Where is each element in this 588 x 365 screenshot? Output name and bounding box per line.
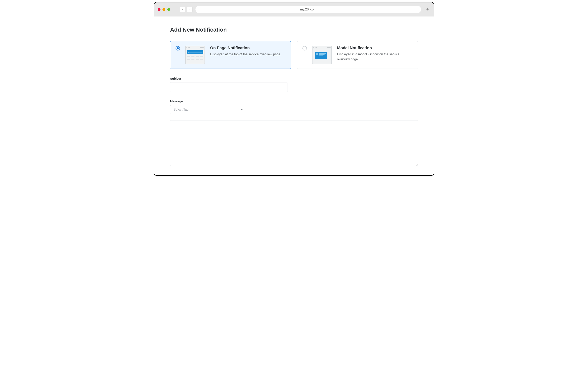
message-label: Message <box>170 99 418 103</box>
nav-forward-button[interactable]: › <box>187 7 193 12</box>
notification-type-options: On Page Notification Displayed at the to… <box>170 41 418 69</box>
option-title: Modal Notification <box>337 46 413 50</box>
new-tab-button[interactable]: + <box>425 7 430 12</box>
option-description: Displayed at the top of the service over… <box>210 52 286 57</box>
option-modal-notification[interactable]: Modal Notification Displayed in a modal … <box>297 41 418 69</box>
radio-on-page[interactable] <box>175 46 180 50</box>
option-title: On Page Notification <box>210 46 286 50</box>
window-traffic-lights <box>158 8 170 11</box>
page-content: Add New Notification On Page Notificatio… <box>154 16 434 175</box>
option-on-page-notification[interactable]: On Page Notification Displayed at the to… <box>170 41 291 69</box>
address-bar[interactable]: my.20i.com <box>196 6 421 13</box>
chevron-right-icon: › <box>189 8 190 11</box>
radio-modal[interactable] <box>302 46 307 50</box>
option-text: Modal Notification Displayed in a modal … <box>337 46 413 62</box>
close-window-icon[interactable] <box>158 8 161 11</box>
browser-titlebar: ‹ › my.20i.com + <box>154 2 434 16</box>
radio-dot-icon <box>177 47 179 49</box>
on-page-illustration-icon <box>185 46 205 64</box>
modal-illustration-icon <box>312 46 332 64</box>
subject-label: Subject <box>170 77 418 80</box>
minimize-window-icon[interactable] <box>162 8 165 11</box>
message-textarea[interactable] <box>170 120 418 166</box>
address-bar-url: my.20i.com <box>300 8 316 11</box>
select-tag-dropdown[interactable]: Select Tag <box>170 105 246 114</box>
option-text: On Page Notification Displayed at the to… <box>210 46 286 57</box>
plus-icon: + <box>426 7 429 12</box>
page-title: Add New Notification <box>170 27 418 33</box>
nav-back-button[interactable]: ‹ <box>180 7 185 12</box>
maximize-window-icon[interactable] <box>167 8 170 11</box>
subject-input[interactable] <box>170 82 288 92</box>
caret-down-icon <box>241 109 243 110</box>
select-tag-placeholder: Select Tag <box>174 108 189 112</box>
option-description: Displayed in a modal window on the servi… <box>337 52 413 62</box>
chevron-left-icon: ‹ <box>182 8 183 11</box>
browser-window: ‹ › my.20i.com + Add New Notification <box>154 2 434 176</box>
